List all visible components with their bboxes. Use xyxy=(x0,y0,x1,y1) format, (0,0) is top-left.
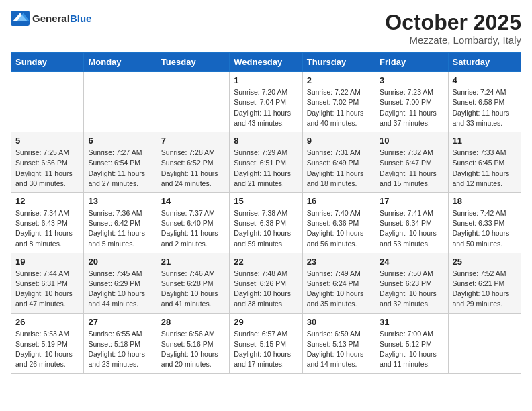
weekday-header-tuesday: Tuesday xyxy=(157,53,229,72)
calendar-day-cell: 29Sunrise: 6:57 AMSunset: 5:15 PMDayligh… xyxy=(230,313,302,373)
calendar-day-cell: 24Sunrise: 7:50 AMSunset: 6:23 PMDayligh… xyxy=(375,253,448,313)
day-number: 23 xyxy=(307,257,371,267)
day-number: 6 xyxy=(88,136,152,146)
calendar-week-row: 26Sunrise: 6:53 AMSunset: 5:19 PMDayligh… xyxy=(11,313,521,373)
day-number: 15 xyxy=(234,196,298,206)
calendar-day-cell: 30Sunrise: 6:59 AMSunset: 5:13 PMDayligh… xyxy=(302,313,375,373)
calendar-day-cell: 16Sunrise: 7:40 AMSunset: 6:36 PMDayligh… xyxy=(302,192,375,253)
logo-icon xyxy=(11,11,30,26)
empty-cell xyxy=(11,72,84,132)
calendar-day-cell: 7Sunrise: 7:28 AMSunset: 6:52 PMDaylight… xyxy=(157,132,229,193)
day-info: Sunrise: 7:00 AMSunset: 5:12 PMDaylight:… xyxy=(380,329,443,370)
day-info: Sunrise: 7:37 AMSunset: 6:40 PMDaylight:… xyxy=(161,208,225,249)
empty-cell xyxy=(157,72,229,132)
calendar-week-row: 1Sunrise: 7:20 AMSunset: 7:04 PMDaylight… xyxy=(11,72,521,132)
month-title: October 2025 xyxy=(385,11,521,34)
day-number: 13 xyxy=(88,196,152,206)
day-info: Sunrise: 7:46 AMSunset: 6:28 PMDaylight:… xyxy=(161,269,225,310)
logo-text: General Blue xyxy=(32,13,91,24)
calendar-week-row: 5Sunrise: 7:25 AMSunset: 6:56 PMDaylight… xyxy=(11,132,521,193)
day-info: Sunrise: 7:34 AMSunset: 6:43 PMDaylight:… xyxy=(15,208,79,249)
day-number: 28 xyxy=(161,317,225,327)
calendar-day-cell: 9Sunrise: 7:31 AMSunset: 6:49 PMDaylight… xyxy=(302,132,375,193)
day-info: Sunrise: 7:45 AMSunset: 6:29 PMDaylight:… xyxy=(88,269,152,310)
day-info: Sunrise: 7:50 AMSunset: 6:23 PMDaylight:… xyxy=(380,269,443,310)
day-number: 7 xyxy=(161,136,225,146)
day-number: 30 xyxy=(307,317,371,327)
day-number: 14 xyxy=(161,196,225,206)
calendar-day-cell: 1Sunrise: 7:20 AMSunset: 7:04 PMDaylight… xyxy=(230,72,302,132)
calendar-day-cell: 15Sunrise: 7:38 AMSunset: 6:38 PMDayligh… xyxy=(230,192,302,253)
day-info: Sunrise: 7:38 AMSunset: 6:38 PMDaylight:… xyxy=(234,208,298,249)
calendar-day-cell: 14Sunrise: 7:37 AMSunset: 6:40 PMDayligh… xyxy=(157,192,229,253)
day-info: Sunrise: 7:41 AMSunset: 6:34 PMDaylight:… xyxy=(380,208,443,249)
calendar-day-cell: 20Sunrise: 7:45 AMSunset: 6:29 PMDayligh… xyxy=(84,253,157,313)
calendar-day-cell: 11Sunrise: 7:33 AMSunset: 6:45 PMDayligh… xyxy=(448,132,521,193)
day-info: Sunrise: 7:44 AMSunset: 6:31 PMDaylight:… xyxy=(15,269,79,310)
calendar-day-cell: 10Sunrise: 7:32 AMSunset: 6:47 PMDayligh… xyxy=(375,132,448,193)
day-number: 2 xyxy=(307,75,371,85)
day-info: Sunrise: 7:20 AMSunset: 7:04 PMDaylight:… xyxy=(234,87,298,128)
weekday-header-wednesday: Wednesday xyxy=(230,53,302,72)
calendar-table: SundayMondayTuesdayWednesdayThursdayFrid… xyxy=(11,52,521,373)
calendar-day-cell: 13Sunrise: 7:36 AMSunset: 6:42 PMDayligh… xyxy=(84,192,157,253)
calendar-day-cell: 8Sunrise: 7:29 AMSunset: 6:51 PMDaylight… xyxy=(230,132,302,193)
title-section: October 2025 Mezzate, Lombardy, Italy xyxy=(385,11,521,46)
empty-cell xyxy=(448,313,521,373)
day-info: Sunrise: 7:33 AMSunset: 6:45 PMDaylight:… xyxy=(453,148,517,189)
day-info: Sunrise: 7:48 AMSunset: 6:26 PMDaylight:… xyxy=(234,269,298,310)
calendar-day-cell: 25Sunrise: 7:52 AMSunset: 6:21 PMDayligh… xyxy=(448,253,521,313)
day-number: 25 xyxy=(453,257,517,267)
weekday-header-friday: Friday xyxy=(375,53,448,72)
empty-cell xyxy=(84,72,157,132)
calendar-day-cell: 31Sunrise: 7:00 AMSunset: 5:12 PMDayligh… xyxy=(375,313,448,373)
day-info: Sunrise: 7:25 AMSunset: 6:56 PMDaylight:… xyxy=(15,148,79,189)
calendar-day-cell: 18Sunrise: 7:42 AMSunset: 6:33 PMDayligh… xyxy=(448,192,521,253)
weekday-header-saturday: Saturday xyxy=(448,53,521,72)
day-number: 18 xyxy=(453,196,517,206)
day-number: 8 xyxy=(234,136,298,146)
day-info: Sunrise: 7:22 AMSunset: 7:02 PMDaylight:… xyxy=(307,87,371,128)
calendar-week-row: 12Sunrise: 7:34 AMSunset: 6:43 PMDayligh… xyxy=(11,192,521,253)
calendar-day-cell: 27Sunrise: 6:55 AMSunset: 5:18 PMDayligh… xyxy=(84,313,157,373)
day-info: Sunrise: 6:59 AMSunset: 5:13 PMDaylight:… xyxy=(307,329,371,370)
calendar-day-cell: 5Sunrise: 7:25 AMSunset: 6:56 PMDaylight… xyxy=(11,132,84,193)
day-number: 11 xyxy=(453,136,517,146)
day-number: 10 xyxy=(380,136,443,146)
day-info: Sunrise: 7:24 AMSunset: 6:58 PMDaylight:… xyxy=(453,87,517,128)
day-number: 31 xyxy=(380,317,443,327)
logo-blue: Blue xyxy=(70,13,92,24)
day-info: Sunrise: 7:40 AMSunset: 6:36 PMDaylight:… xyxy=(307,208,371,249)
day-info: Sunrise: 7:28 AMSunset: 6:52 PMDaylight:… xyxy=(161,148,225,189)
day-number: 3 xyxy=(380,75,443,85)
day-number: 17 xyxy=(380,196,443,206)
day-number: 27 xyxy=(88,317,152,327)
page-header: General Blue October 2025 Mezzate, Lomba… xyxy=(11,11,521,46)
calendar-day-cell: 21Sunrise: 7:46 AMSunset: 6:28 PMDayligh… xyxy=(157,253,229,313)
day-info: Sunrise: 7:32 AMSunset: 6:47 PMDaylight:… xyxy=(380,148,443,189)
location-title: Mezzate, Lombardy, Italy xyxy=(385,34,521,46)
calendar-day-cell: 26Sunrise: 6:53 AMSunset: 5:19 PMDayligh… xyxy=(11,313,84,373)
calendar-day-cell: 4Sunrise: 7:24 AMSunset: 6:58 PMDaylight… xyxy=(448,72,521,132)
day-number: 5 xyxy=(15,136,79,146)
calendar-week-row: 19Sunrise: 7:44 AMSunset: 6:31 PMDayligh… xyxy=(11,253,521,313)
day-number: 9 xyxy=(307,136,371,146)
day-number: 16 xyxy=(307,196,371,206)
day-number: 19 xyxy=(15,257,79,267)
calendar-day-cell: 17Sunrise: 7:41 AMSunset: 6:34 PMDayligh… xyxy=(375,192,448,253)
calendar-day-cell: 28Sunrise: 6:56 AMSunset: 5:16 PMDayligh… xyxy=(157,313,229,373)
day-number: 12 xyxy=(15,196,79,206)
weekday-header-sunday: Sunday xyxy=(11,53,84,72)
logo-general: General xyxy=(32,13,70,24)
day-info: Sunrise: 6:55 AMSunset: 5:18 PMDaylight:… xyxy=(88,329,152,370)
day-info: Sunrise: 7:52 AMSunset: 6:21 PMDaylight:… xyxy=(453,269,517,310)
day-number: 24 xyxy=(380,257,443,267)
weekday-header-thursday: Thursday xyxy=(302,53,375,72)
day-number: 22 xyxy=(234,257,298,267)
day-number: 20 xyxy=(88,257,152,267)
calendar-day-cell: 23Sunrise: 7:49 AMSunset: 6:24 PMDayligh… xyxy=(302,253,375,313)
day-info: Sunrise: 7:36 AMSunset: 6:42 PMDaylight:… xyxy=(88,208,152,249)
day-info: Sunrise: 7:49 AMSunset: 6:24 PMDaylight:… xyxy=(307,269,371,310)
day-number: 26 xyxy=(15,317,79,327)
day-number: 21 xyxy=(161,257,225,267)
